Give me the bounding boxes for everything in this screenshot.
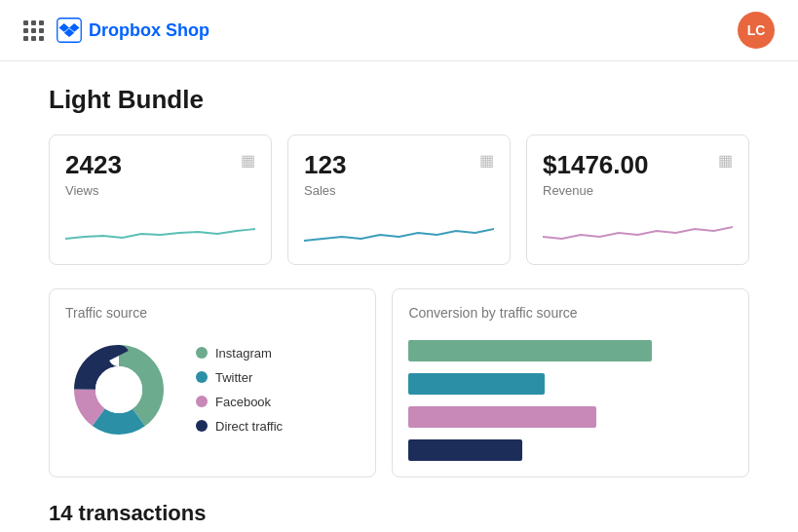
views-card: 2423 Views ▦ [49,134,272,265]
chart-icon-sales[interactable]: ▦ [479,151,494,170]
bar-row-facebook [408,406,733,428]
donut-section: Instagram Twitter Facebook Direct traffi… [65,336,360,443]
legend-dot-direct [196,420,208,432]
donut-chart [65,336,172,443]
dropbox-logo-icon [56,17,83,44]
traffic-source-title: Traffic source [65,305,360,321]
views-label: Views [65,183,122,198]
chart-icon-views[interactable]: ▦ [241,151,255,170]
transactions-section: 14 transactions Date/time Purchaser Paym… [49,501,749,532]
views-value: 2423 [65,151,122,179]
logo: Dropbox Shop [56,17,209,44]
bar-instagram [408,340,651,361]
svg-point-8 [95,366,142,413]
avatar[interactable]: LC [738,12,775,49]
header-left: Dropbox Shop [23,17,209,44]
legend-twitter: Twitter [196,370,283,385]
panels-row: Traffic source [49,288,749,477]
legend-dot-instagram [196,347,208,359]
views-sparkline [65,209,255,248]
conversion-panel: Conversion by traffic source [392,288,749,477]
sales-card: 123 Sales ▦ [287,134,511,265]
header: Dropbox Shop LC [0,0,798,61]
stats-row: 2423 Views ▦ 123 Sales ▦ [49,134,749,265]
bar-twitter [408,373,545,395]
main-content: Light Bundle 2423 Views ▦ 123 Sales [0,61,798,532]
transactions-title: 14 transactions [49,501,749,526]
logo-text: Dropbox Shop [89,20,209,41]
revenue-sparkline [543,209,733,248]
bar-chart [408,336,733,461]
legend-dot-facebook [196,396,208,407]
conversion-title: Conversion by traffic source [408,305,733,321]
revenue-card: $1476.00 Revenue ▦ [526,134,749,265]
legend-dot-twitter [196,371,208,383]
page-title: Light Bundle [49,85,749,115]
bar-row-twitter [408,373,733,395]
legend-direct: Direct traffic [196,419,283,434]
legend-facebook: Facebook [196,395,283,409]
chart-icon-revenue[interactable]: ▦ [718,151,733,170]
revenue-value: $1476.00 [543,151,648,179]
bar-row-instagram [408,340,733,361]
bar-row-direct [408,439,733,461]
bar-direct [408,439,521,461]
grid-icon[interactable] [23,20,44,41]
sales-label: Sales [304,183,346,198]
sales-sparkline [304,209,494,248]
revenue-label: Revenue [543,183,648,198]
traffic-source-panel: Traffic source [49,288,376,477]
legend-instagram: Instagram [196,346,283,361]
bar-facebook [408,406,596,428]
sales-value: 123 [304,151,346,179]
traffic-legend: Instagram Twitter Facebook Direct traffi… [196,346,283,434]
